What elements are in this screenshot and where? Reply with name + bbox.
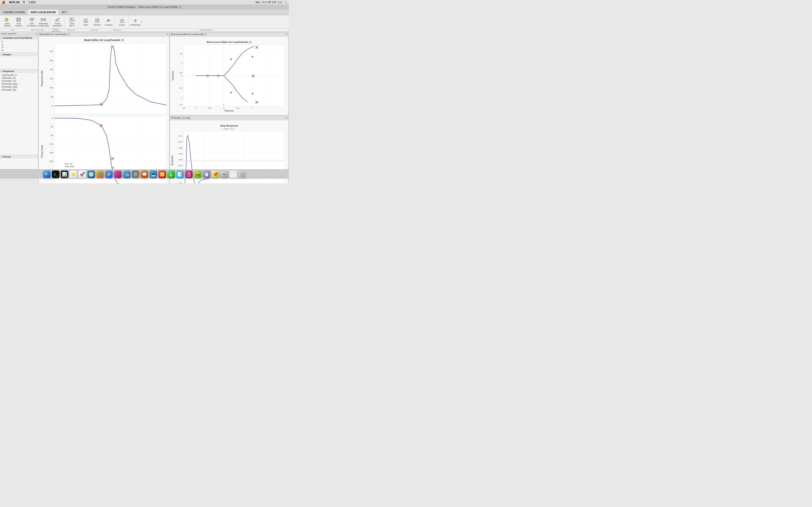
new-plot-button[interactable]: NewPlot ▼ [66,16,78,28]
dock-misc1[interactable]: 🔬 [185,170,193,178]
tab-root-locus-editor[interactable]: ROOT LOCUS EDITOR [28,9,59,15]
search-icon[interactable]: 🔍 [284,1,287,4]
svg-text:0.66: 0.66 [179,153,182,155]
bode-editor-close[interactable]: ✕ [166,33,168,36]
list-item[interactable]: F [0,40,38,43]
dock-activity[interactable]: 📊 [61,170,68,178]
dock-chrome[interactable]: 🌐 [96,170,104,178]
tab-bogi[interactable]: 보기 [59,9,69,15]
svg-point-137 [252,93,253,95]
responses-collapse-icon [1,70,2,72]
open-session-button[interactable]: OpenSession [2,16,13,28]
preview-section-label: Preview [3,156,11,158]
list-item[interactable]: G [0,46,38,49]
svg-text:0.62: 0.62 [179,164,182,166]
retrieve-icon [94,18,100,24]
svg-rect-35 [85,21,87,22]
dock-notes[interactable]: 📌 [212,170,219,178]
sidebar-close-icon[interactable]: ✕ [35,33,37,35]
tuning-methods-button[interactable]: TuningMethods ▼ [51,16,64,28]
step-response-close[interactable]: ✕ [286,117,287,119]
svg-text:Magnitude (dB): Magnitude (dB) [41,70,43,87]
list-item[interactable]: IOTransfer_dy2y [0,86,38,88]
svg-point-136 [230,92,232,93]
window-title: Control System Designer – Root Locus Edi… [107,5,181,8]
export-button[interactable]: Export [116,16,128,28]
edit-architecture-icon [29,17,35,22]
dock-terminal[interactable]: $_ [52,170,59,178]
menu-window[interactable]: 창 [22,0,25,4]
list-item[interactable]: H [0,49,38,52]
dock-talk[interactable]: 💬 [141,170,148,178]
root-locus-close[interactable]: ✕ [286,33,287,36]
svg-text:100: 100 [49,87,53,89]
store-label: Store [84,24,88,26]
open-session-icon [4,17,10,22]
controllers-section-header[interactable]: Controllers and Fixed Blocks [0,36,38,40]
dock-music[interactable]: 🎵 [114,170,121,178]
svg-text:0.5: 0.5 [180,72,182,74]
analysis-section-label: ANALYSIS [65,29,78,32]
store-button[interactable]: Store [80,16,91,28]
svg-rect-5 [17,20,20,21]
dock-safari[interactable]: 🧭 [87,170,95,178]
store-icon [83,18,89,24]
svg-text:0.68: 0.68 [179,147,182,149]
dock-trash[interactable]: 🗑️ [238,170,246,178]
preview-collapse-icon [1,156,2,158]
svg-rect-28 [70,18,72,20]
dock-ws[interactable]: 📝 [176,170,184,178]
preferences-button[interactable]: Preferences [130,16,141,28]
list-item[interactable]: IOTransfer_r2u [0,79,38,82]
edit-architecture-button[interactable]: EditArchitecture [27,16,38,28]
designs-section-label: DESIGNS [78,29,111,32]
list-item[interactable]: IOTransfer_n2y [0,88,38,91]
list-item[interactable]: LoopTransfer_C [0,73,38,76]
svg-text:0.64: 0.64 [179,158,182,161]
svg-point-144 [223,104,224,105]
responses-section-header[interactable]: Responses [0,69,38,73]
dock-app1[interactable]: ⚡ [105,170,113,178]
svg-rect-9 [31,20,33,21]
svg-rect-10 [33,18,34,20]
apple-menu[interactable]: 🍎 [2,1,5,4]
preview-section-header[interactable]: Preview [0,155,38,159]
list-item[interactable]: IOTransfer_r2y [0,76,38,79]
dock-vscode[interactable]: 💻 [150,170,157,178]
open-session-label: OpenSession [4,23,11,27]
multimodel-config-icon [40,17,46,22]
tab-control-system[interactable]: CONTROL SYSTEM [0,9,28,15]
list-item[interactable]: IOTransfer_du2y [0,82,38,86]
toolbar-expand[interactable]: ▸ [141,21,143,23]
svg-text:Phase (deg): Phase (deg) [41,145,43,158]
dock-git[interactable]: 🔀 [158,170,166,178]
dock-misc2[interactable]: 📦 [194,170,202,178]
bode-editor-title: Bode Editor for LoopTransfer_C [40,33,69,36]
dock-misc3[interactable]: 📋 [203,170,210,178]
dock-siri[interactable]: 🌟 [69,170,77,178]
retrieve-button[interactable]: Retrieve [92,16,103,28]
dock-launchpad[interactable]: 🚀 [79,170,86,178]
dock-transfer[interactable]: ↔️ [220,170,228,178]
edit-architecture-label: EditArchitecture [27,23,37,27]
dock-finder[interactable]: 🔍 [43,170,51,178]
tuning-section-label: TUNING METHODS [50,29,65,32]
svg-text:Freq: NaN: Freq: NaN [65,165,74,168]
multimodel-config-button[interactable]: MultimodelConfiguration [38,16,49,28]
designs-list [0,56,38,69]
dock-pycharm[interactable]: 🐍 [167,170,175,178]
dock-appstore[interactable]: 🛍️ [123,170,131,178]
preferences-label: Preferences [130,24,141,26]
svg-text:Bode Editor for LoopTransfer_C: Bode Editor for LoopTransfer_C [84,39,124,42]
svg-text:-90: -90 [50,134,53,136]
list-item[interactable]: C [0,43,38,46]
menu-help[interactable]: 도움말 [28,0,36,4]
compare-button[interactable]: Compare [103,16,114,28]
dock-settings[interactable]: ⚙️ [132,170,139,178]
designs-section-label: Designs [3,53,11,56]
designs-section-header[interactable]: Designs [0,53,38,56]
dock-doc[interactable]: 📄 [230,170,237,178]
save-session-button[interactable]: SaveSession [13,16,24,28]
svg-rect-7 [30,18,31,20]
svg-text:300: 300 [49,50,53,52]
